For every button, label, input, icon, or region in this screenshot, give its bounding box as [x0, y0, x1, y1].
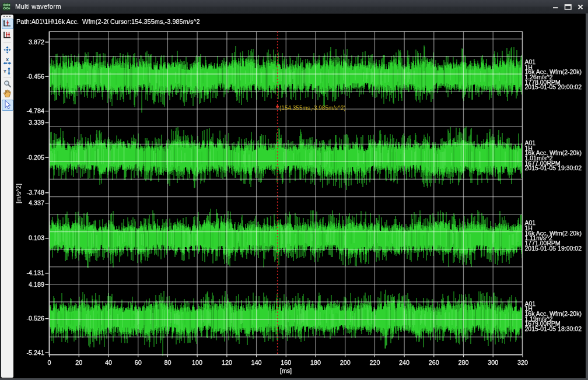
svg-text:200: 200: [340, 359, 351, 366]
svg-text:100: 100: [192, 359, 202, 366]
svg-text:4.189: 4.189: [29, 281, 44, 288]
svg-text:20: 20: [75, 359, 82, 366]
svg-text:180: 180: [310, 359, 321, 366]
svg-text:160: 160: [281, 359, 291, 366]
svg-text:2015-01-05 19:30:02: 2015-01-05 19:30:02: [525, 164, 582, 171]
svg-text:60: 60: [135, 359, 142, 366]
svg-text:40: 40: [105, 359, 112, 366]
svg-text:80: 80: [164, 359, 171, 366]
svg-text:-0.526: -0.526: [26, 315, 44, 322]
svg-text:2015-01-05 18:30:02: 2015-01-05 18:30:02: [525, 325, 582, 332]
svg-text:-0.205: -0.205: [26, 154, 44, 161]
svg-text:0.103: 0.103: [29, 234, 44, 241]
svg-text:120: 120: [222, 359, 232, 366]
svg-text:240: 240: [399, 359, 410, 366]
svg-text:280: 280: [458, 359, 468, 366]
svg-text:[ms]: [ms]: [280, 367, 292, 374]
svg-text:3.339: 3.339: [29, 119, 44, 126]
svg-text:2015-01-05 20:00:02: 2015-01-05 20:00:02: [525, 83, 582, 90]
svg-text:-5.241: -5.241: [26, 349, 44, 356]
svg-text:-4.784: -4.784: [26, 107, 44, 114]
svg-text:0: 0: [48, 359, 51, 366]
svg-text:(154.355ms,-3.985m/s^2): (154.355ms,-3.985m/s^2): [279, 105, 346, 111]
svg-text:-4.131: -4.131: [26, 269, 44, 276]
svg-text:2015-01-05 19:00:02: 2015-01-05 19:00:02: [525, 245, 582, 252]
svg-text:[m/s^2]: [m/s^2]: [15, 184, 22, 203]
svg-text:-3.748: -3.748: [26, 189, 44, 196]
svg-text:220: 220: [369, 359, 380, 366]
svg-text:260: 260: [429, 359, 439, 366]
svg-text:300: 300: [488, 359, 498, 366]
svg-text:4.337: 4.337: [29, 199, 44, 206]
svg-text:-0.456: -0.456: [26, 73, 44, 80]
svg-text:140: 140: [251, 359, 262, 366]
svg-text:320: 320: [517, 359, 528, 366]
svg-text:3.872: 3.872: [29, 38, 44, 45]
